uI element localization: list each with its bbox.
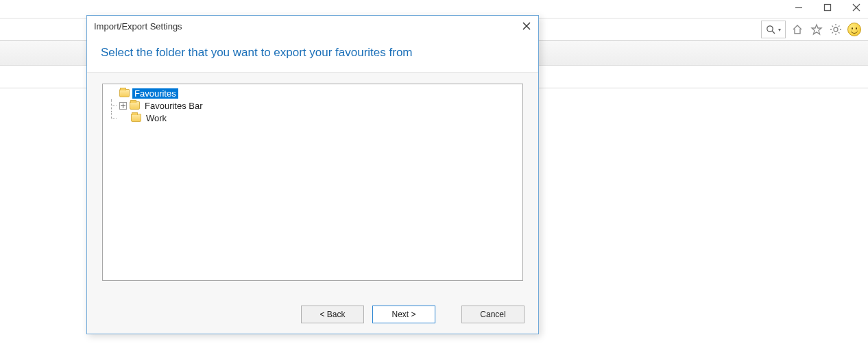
dialog-footer: < Back Next > Cancel: [87, 295, 538, 334]
tree-node-favourites-bar[interactable]: Favourites Bar: [107, 99, 518, 112]
svg-rect-1: [825, 5, 831, 11]
folder-icon: [131, 114, 141, 122]
tree-node-label: Favourites: [132, 88, 178, 99]
expand-toggle[interactable]: [119, 102, 127, 110]
minimize-button[interactable]: [794, 3, 804, 12]
cancel-button[interactable]: Cancel: [461, 306, 525, 323]
tree-node-work[interactable]: Work: [107, 112, 518, 124]
folder-icon: [130, 101, 140, 110]
dialog-header: Select the folder that you want to expor…: [87, 36, 538, 73]
feedback-button[interactable]: [847, 23, 861, 36]
svg-line-5: [772, 31, 775, 34]
dialog-title: Import/Export Settings: [94, 21, 182, 32]
back-button[interactable]: < Back: [301, 306, 364, 323]
next-button[interactable]: Next >: [372, 306, 435, 323]
svg-point-6: [834, 27, 838, 32]
window-close-button[interactable]: [852, 3, 861, 12]
folder-icon: [119, 89, 130, 97]
dialog-close-button[interactable]: [522, 21, 531, 31]
home-button[interactable]: [790, 22, 805, 37]
dialog-titlebar[interactable]: Import/Export Settings: [87, 16, 538, 36]
search-dropdown-icon[interactable]: ▾: [778, 27, 781, 33]
maximize-button[interactable]: [823, 3, 832, 12]
tree-node-favourites[interactable]: Favourites: [107, 87, 518, 99]
svg-point-4: [767, 26, 773, 32]
search-icon: [766, 25, 775, 34]
dialog-body: Favourites Favourites Bar Work: [87, 73, 538, 295]
import-export-dialog: Import/Export Settings Select the folder…: [86, 15, 539, 334]
favorites-button[interactable]: [809, 22, 824, 37]
tree-node-label: Favourites Bar: [143, 101, 205, 111]
tree-node-label: Work: [144, 113, 169, 123]
settings-button[interactable]: [828, 22, 843, 37]
search-box[interactable]: ▾: [761, 21, 786, 38]
window-controls: [794, 3, 861, 12]
dialog-heading: Select the folder that you want to expor…: [101, 46, 525, 60]
folder-tree[interactable]: Favourites Favourites Bar Work: [102, 84, 523, 281]
